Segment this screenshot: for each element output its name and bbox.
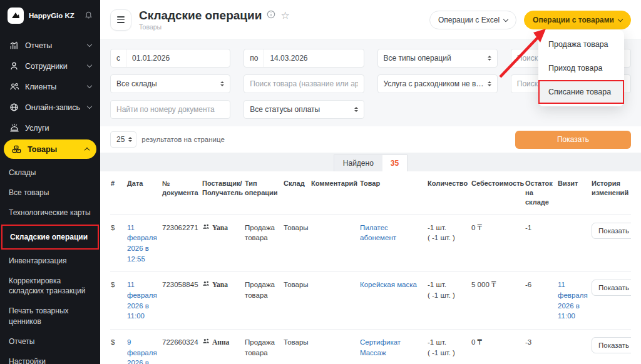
dropdown-item-3[interactable]: Списание товара: [538, 80, 624, 104]
results-controls-row: 25 результатов на странице Показать: [100, 126, 641, 153]
sidebar-subitem-settings[interactable]: Настройки: [0, 351, 100, 364]
date-to-field[interactable]: по: [244, 49, 364, 68]
sidebar-subitem-all-goods[interactable]: Все товары: [0, 183, 100, 203]
goods-operations-button[interactable]: Операции с товарами: [524, 11, 631, 29]
excel-operations-button[interactable]: Операции с Excel: [429, 11, 516, 29]
product-link[interactable]: Корейская маска: [360, 281, 417, 288]
people-icon: [202, 337, 210, 348]
show-button[interactable]: Показать: [515, 131, 631, 149]
select-stepper-icon: [128, 137, 132, 142]
sidebar-sub-menu: СкладыВсе товарыТехнологические картыСкл…: [0, 161, 100, 364]
sidebar-subitem-price-tags[interactable]: Печать товарных ценников: [0, 301, 100, 331]
visit-link[interactable]: 11 февраля 2026 в 11:00: [558, 281, 588, 320]
history-show-button[interactable]: Показать: [592, 280, 631, 296]
operations-table-wrap: #Дата№ документаПоставщик/ПолучательТип …: [100, 171, 641, 364]
sidebar-item-reports[interactable]: Отчеты: [0, 35, 100, 56]
sidebar-main-menu: Отчеты Сотрудники Клиенты Онлайн-запись …: [0, 30, 100, 161]
sidebar-subitem-reports2[interactable]: Отчеты: [0, 331, 100, 351]
history-show-button[interactable]: Показать: [592, 337, 631, 353]
globe-icon: [9, 103, 19, 112]
document-number: 723062271: [162, 224, 198, 231]
warehouse-name: Товары: [284, 224, 309, 231]
service-icon: [9, 123, 19, 133]
notifications-bell-icon[interactable]: [85, 10, 93, 21]
date-from-input[interactable]: [126, 49, 230, 67]
payment-status-select[interactable]: Все статусы оплаты: [244, 100, 364, 119]
warehouse-select[interactable]: Все склады: [110, 74, 230, 93]
chevron-up-icon: [85, 148, 90, 153]
warehouse-name: Товары: [284, 338, 309, 346]
app-window: HappyGio KZ Отчеты Сотрудники Клиенты Он…: [0, 0, 641, 364]
chevron-down-icon: [503, 16, 508, 21]
sidebar-item-staff[interactable]: Сотрудники: [0, 56, 100, 76]
cost: 0 ₸: [471, 338, 482, 346]
stock-remainder: -6: [525, 281, 531, 288]
chevron-down-icon: [87, 42, 92, 47]
column-header: Комментарий: [310, 171, 359, 215]
cost: 5 000 ₸: [471, 281, 496, 288]
product-search-field[interactable]: [244, 74, 364, 93]
operation-date-link[interactable]: 9 февраля 2026 в 12:57: [127, 338, 157, 364]
product-link[interactable]: Пилатес абонемент: [360, 224, 396, 242]
sidebar-subitem-tech-cards[interactable]: Технологические карты: [0, 203, 100, 223]
dropdown-item-2[interactable]: Приход товара: [538, 56, 624, 80]
chevron-down-icon: [87, 63, 92, 68]
money-icon: $: [111, 224, 115, 231]
column-header: Дата: [126, 171, 162, 215]
column-header: Поставщик/Получатель: [202, 171, 244, 215]
goods-operations-dropdown: Продажа товараПриход товараСписание това…: [538, 30, 624, 106]
info-icon[interactable]: [267, 10, 275, 21]
select-stepper-icon: [220, 81, 224, 86]
logo-row: HappyGio KZ: [0, 0, 100, 30]
operation-date-link[interactable]: 11 февраля 2026 в 11:00: [127, 281, 157, 320]
column-header: Остаток на складе: [525, 171, 557, 215]
stock-remainder: -3: [525, 338, 531, 346]
money-icon: $: [111, 338, 115, 346]
sidebar-item-clients[interactable]: Клиенты: [0, 76, 100, 97]
date-to-input[interactable]: [264, 49, 363, 67]
quantity: -1 шт.: [428, 223, 466, 233]
operation-type: Продажа товара: [245, 338, 275, 356]
product-search-input[interactable]: [244, 75, 363, 93]
per-page-select[interactable]: 25: [110, 131, 136, 148]
column-header: Визит: [557, 171, 591, 215]
product-link[interactable]: Сертификат Массаж: [360, 338, 401, 356]
app-logo-icon: [8, 8, 24, 24]
column-header: Количество: [427, 171, 471, 215]
doc-number-field[interactable]: [110, 100, 230, 119]
sidebar-item-goods[interactable]: Товары: [4, 139, 96, 159]
warehouse-name: Товары: [284, 281, 309, 288]
consumable-service-select[interactable]: Услуга с расходником не выбрана: [377, 74, 498, 93]
money-icon: $: [111, 281, 115, 288]
chevron-down-icon: [618, 16, 623, 21]
select-stepper-icon: [354, 107, 358, 112]
operation-date-link[interactable]: 11 февраля 2026 в 12:55: [127, 224, 157, 263]
select-stepper-icon: [488, 56, 491, 61]
chart-icon: [9, 41, 19, 50]
column-header: #: [110, 171, 126, 215]
doc-number-input[interactable]: [111, 101, 230, 118]
hamburger-menu-button[interactable]: [110, 9, 131, 31]
stock-remainder: -1: [525, 224, 531, 231]
date-from-field[interactable]: с: [110, 49, 230, 68]
supplier-name: Анна: [212, 337, 229, 348]
dropdown-item-1[interactable]: Продажа товара: [538, 33, 624, 56]
sidebar-item-services[interactable]: Услуги: [0, 118, 100, 138]
table-header-row: #Дата№ документаПоставщик/ПолучательТип …: [110, 171, 631, 215]
people-icon: [202, 223, 210, 233]
operation-type-select[interactable]: Все типы операций: [377, 49, 498, 68]
chevron-down-icon: [87, 83, 92, 88]
history-show-button[interactable]: Показать: [592, 223, 631, 239]
found-label: Найдено: [334, 155, 382, 171]
favorite-star-icon[interactable]: ☆: [280, 11, 289, 21]
sidebar-item-online-booking[interactable]: Онлайн-запись: [0, 97, 100, 118]
table-row: $ 9 февраля 2026 в 12:57 722660324 Анна …: [110, 329, 631, 364]
person-icon: [9, 61, 19, 71]
sidebar-subitem-transaction-correction[interactable]: Корректировка складских транзакций: [0, 271, 100, 301]
page-title: Складские операции: [139, 9, 262, 23]
sidebar-subitem-inventory[interactable]: Инвентаризация: [0, 251, 100, 271]
sidebar-subitem-warehouses[interactable]: Склады: [0, 163, 100, 183]
sidebar-subitem-warehouse-operations[interactable]: Складские операции: [1, 225, 99, 250]
column-header: История изменений: [591, 171, 631, 215]
operation-type: Продажа товара: [245, 281, 275, 299]
